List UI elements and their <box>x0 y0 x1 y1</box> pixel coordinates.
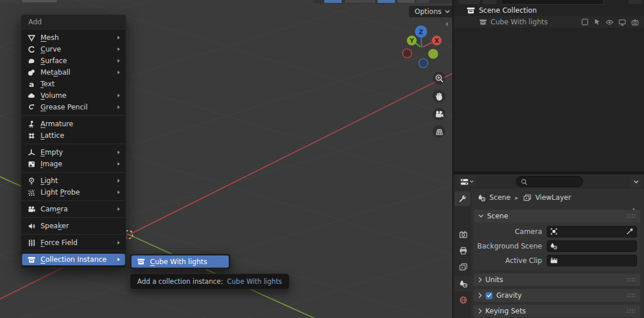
chevron-right-icon <box>478 293 482 298</box>
units-panel-header[interactable]: Units <box>474 273 641 286</box>
options-label: Options <box>415 8 441 16</box>
outliner-row-cube-with-lights[interactable]: Cube With lights <box>453 16 644 28</box>
menu-item-lattice[interactable]: Lattice <box>22 130 125 141</box>
menu-item-collection-instance[interactable]: Collection Instance <box>22 254 125 265</box>
menu-item-label: Light Probe <box>41 188 116 196</box>
submenu-item-cube-with-lights[interactable]: Cube With lights <box>131 255 229 268</box>
add-menu: Add Mesh Curve Surface Metaball a Text <box>21 14 126 268</box>
tab-scene[interactable] <box>455 276 471 291</box>
submenu-arrow-icon <box>116 207 121 211</box>
collection-icon <box>136 257 146 266</box>
menu-item-metaball[interactable]: Metaball <box>22 67 125 78</box>
search-icon <box>521 178 528 185</box>
viewport-header-fragment <box>22 0 57 2</box>
grease-pencil-icon <box>27 103 36 112</box>
gizmo-axis-y[interactable]: Y <box>407 36 417 46</box>
image-icon <box>27 159 36 169</box>
collection-instance-submenu: Cube With lights <box>130 254 230 269</box>
menu-item-label: Surface <box>41 57 116 65</box>
tab-output[interactable] <box>455 243 471 258</box>
sidebar-toggle[interactable]: ‹ <box>445 20 449 28</box>
gizmo-axis-y-neg[interactable] <box>429 49 438 59</box>
scene-panel-header[interactable]: Scene <box>474 210 641 222</box>
breadcrumb-scene[interactable]: Scene <box>489 193 511 202</box>
movie-clip-icon <box>550 256 558 265</box>
breadcrumb-separator: ▸ <box>515 194 519 202</box>
menu-separator <box>22 234 125 235</box>
drag-handle-dots[interactable] <box>627 214 636 218</box>
render-camera-icon[interactable] <box>631 18 639 27</box>
add-menu-title: Add <box>21 15 126 30</box>
tab-view-layer[interactable] <box>455 259 471 275</box>
drag-handle-dots[interactable] <box>627 277 636 282</box>
menu-item-label: Lattice <box>41 131 121 140</box>
outliner-row-scene-collection[interactable]: Scene Collection <box>453 5 644 16</box>
camera-field[interactable] <box>547 226 637 237</box>
force-field-icon <box>27 238 36 247</box>
camera-view-button[interactable] <box>433 108 445 120</box>
tooltip-text: Add a collection instance: <box>137 277 223 286</box>
menu-item-label: Empty <box>41 148 116 156</box>
metaball-icon <box>27 68 36 77</box>
monitor-icon[interactable] <box>618 18 627 27</box>
editor-type-button[interactable] <box>458 176 476 187</box>
gizmo-axis-z[interactable]: Z <box>415 25 427 38</box>
lattice-icon <box>27 131 36 140</box>
movie-camera-icon <box>27 204 36 214</box>
header-options-button[interactable] <box>630 176 642 187</box>
outliner-header-fragment <box>482 0 496 4</box>
tab-world[interactable] <box>455 293 471 308</box>
orthographic-toggle-button[interactable] <box>433 125 445 138</box>
menu-item-force-field[interactable]: Force Field <box>22 237 125 248</box>
menu-item-label: Armature <box>41 120 121 128</box>
breadcrumb-viewlayer[interactable]: ViewLayer <box>535 193 571 202</box>
grid-icon <box>434 127 444 137</box>
menu-item-grease-pencil[interactable]: Grease Pencil <box>22 101 125 113</box>
drag-handle-dots[interactable] <box>627 309 636 313</box>
properties-editor-icon <box>460 177 469 187</box>
options-dropdown[interactable]: Options <box>409 6 453 17</box>
scene-panel-body: Camera <box>474 222 641 271</box>
eyedropper-icon[interactable] <box>625 227 634 236</box>
menu-item-light-probe[interactable]: Light Probe <box>22 187 125 198</box>
menu-item-camera[interactable]: Camera <box>22 203 125 215</box>
pan-tool-button[interactable] <box>433 90 445 103</box>
checkbox-icon[interactable] <box>581 18 589 26</box>
menu-item-volume[interactable]: Volume <box>22 90 125 101</box>
menu-item-speaker[interactable]: Speaker <box>22 220 125 232</box>
svg-text:X: X <box>434 38 439 44</box>
gizmo-axis-z-neg[interactable] <box>419 59 428 68</box>
svg-text:a: a <box>29 80 34 89</box>
zoom-tool-button[interactable] <box>433 72 445 85</box>
navigation-gizmo[interactable]: Z Y X <box>400 20 452 70</box>
background-scene-field[interactable] <box>547 240 637 252</box>
gravity-panel-header[interactable]: Gravity <box>474 289 641 302</box>
active-clip-field[interactable] <box>547 255 637 266</box>
tab-tool[interactable] <box>455 191 470 206</box>
outliner-panel: Scene Collection Cube With lights <box>453 0 644 171</box>
tab-render[interactable] <box>455 227 471 242</box>
menu-item-light[interactable]: Light <box>22 175 125 187</box>
drag-handle-dots[interactable] <box>627 293 636 298</box>
menu-item-empty[interactable]: Empty <box>22 147 125 158</box>
menu-item-curve[interactable]: Curve <box>22 43 125 55</box>
selectable-cursor-icon[interactable] <box>593 18 601 26</box>
field-label: Background Scene <box>474 242 547 250</box>
surface-icon <box>27 56 36 65</box>
menu-item-armature[interactable]: Armature <box>22 118 125 130</box>
panel-title: Gravity <box>496 291 522 299</box>
menu-item-text[interactable]: a Text <box>22 78 125 90</box>
properties-search-input[interactable] <box>516 176 583 187</box>
menu-item-mesh[interactable]: Mesh <box>22 32 125 43</box>
gizmo-axis-x-neg[interactable] <box>402 49 412 58</box>
gravity-checkbox[interactable] <box>485 292 493 299</box>
keying-sets-panel-header[interactable]: Keying Sets <box>474 305 641 317</box>
outliner-row-toggles <box>581 16 639 28</box>
eye-icon[interactable] <box>605 18 614 27</box>
panel-title: Scene <box>487 212 508 220</box>
chevron-down-icon <box>470 180 474 183</box>
gizmo-axis-x[interactable]: X <box>432 36 442 46</box>
menu-separator <box>22 200 125 201</box>
menu-item-surface[interactable]: Surface <box>22 55 125 67</box>
menu-item-image[interactable]: Image <box>22 158 125 170</box>
